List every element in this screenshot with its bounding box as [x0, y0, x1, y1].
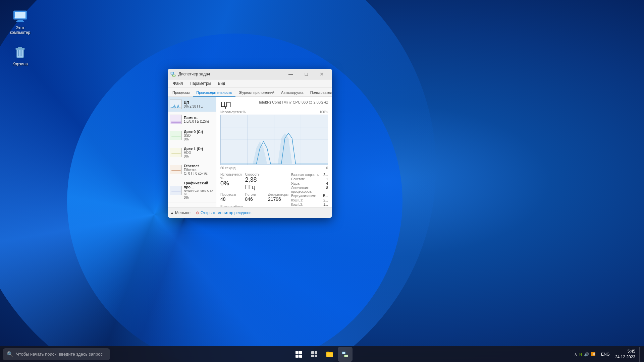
stat-threads-label: Потоки [245, 193, 264, 196]
sidebar-item-disk0[interactable]: Диск 0 (C:) SSD 0% [168, 127, 216, 144]
taskbar-left: 🔍 Чтобы начать поиск, введите здесь запр… [3, 348, 572, 360]
svg-rect-4 [14, 17, 16, 18]
tray-nvidia-icon[interactable]: N [579, 352, 582, 356]
tab-processes[interactable]: Процессы [169, 89, 193, 97]
logical-label: Логических процессоров: [291, 186, 326, 193]
close-button[interactable]: ✕ [314, 69, 329, 79]
window-title-text: Диспетчер задач [178, 72, 280, 76]
search-placeholder-text: Чтобы начать поиск, введите здесь запрос [16, 352, 103, 357]
start-button[interactable] [291, 347, 306, 362]
this-pc-icon[interactable]: Этот компьютер [7, 7, 34, 36]
stat-speed-val: 2,38 ГГц [245, 176, 264, 191]
disk0-sidebar-name: Диск 0 (C:) [184, 130, 214, 134]
stat-speed-label: Скорость [245, 173, 264, 176]
minimize-button[interactable]: — [283, 69, 299, 79]
sidebar-item-disk1[interactable]: Диск 1 (D:) HDD 0% [168, 144, 216, 161]
perf-title: ЦП [220, 100, 231, 109]
this-pc-label: Этот компьютер [10, 25, 31, 35]
window-controls: — □ ✕ [283, 69, 329, 79]
svg-rect-34 [296, 351, 299, 354]
uptime-container: Время работы 0:00:01:10 [220, 205, 288, 207]
l1-label: Кэш L1: [291, 198, 303, 202]
stat-processes: Процессы 48 [220, 193, 241, 202]
disk0-sidebar-info: Диск 0 (C:) SSD 0% [184, 130, 214, 141]
tab-startup[interactable]: Автозагрузка [278, 89, 307, 97]
disk0-sidebar-sub: SSD [184, 134, 214, 137]
sidebar-item-cpu[interactable]: ЦП 0% 2,38 ГГц [168, 97, 216, 112]
stats-container: Используется % 0% Скорость 2,38 ГГц Проц… [220, 173, 328, 207]
svg-rect-22 [171, 153, 181, 154]
tab-users[interactable]: Пользователи [307, 89, 332, 97]
taskbar-search[interactable]: 🔍 Чтобы начать поиск, введите здесь запр… [3, 348, 110, 360]
show-desktop-button[interactable] [639, 347, 641, 362]
stat-speed: Скорость 2,38 ГГц [245, 173, 264, 191]
sidebar-item-gpu[interactable]: Графический про... NVIDIA GeForce GTX 66… [168, 178, 216, 202]
taskbar: 🔍 Чтобы начать поиск, введите здесь запр… [0, 346, 644, 362]
svg-rect-41 [315, 355, 317, 357]
cpu-sidebar-info: ЦП 0% 2,38 ГГц [184, 101, 214, 108]
taskbar-center [291, 347, 353, 362]
svg-rect-1 [15, 12, 25, 18]
menu-file[interactable]: Файл [170, 80, 186, 86]
stat-threads-val: 846 [245, 196, 264, 202]
ethernet-sidebar-info: Ethernet Ethernet О: 0 П: 0 кбит/с [184, 164, 214, 175]
menu-view[interactable]: Вид [215, 80, 228, 86]
svg-rect-21 [170, 148, 182, 157]
svg-rect-14 [173, 75, 175, 76]
task-view-button[interactable] [307, 347, 322, 362]
disk0-thumb [170, 131, 182, 140]
svg-rect-23 [170, 165, 182, 174]
svg-rect-24 [171, 170, 181, 171]
tray-show-hidden-icon[interactable]: ∧ [574, 352, 577, 357]
cpu-details-panel: Базовая скорость: 2... Сокетов: 1 Ядра: … [291, 173, 328, 207]
logical-val: 8 [326, 186, 328, 193]
window-content: ЦП 0% 2,38 ГГц Память 1,0/8,0 ГБ (12%) [168, 97, 332, 207]
l1-val: 2... [323, 198, 328, 202]
stat-processes-label: Процессы [220, 193, 241, 196]
menu-options[interactable]: Параметры [187, 80, 214, 86]
ethernet-sidebar-val: О: 0 П: 0 кбит/с [184, 172, 214, 175]
datetime-display[interactable]: 5:45 24.12.2023 [612, 349, 638, 360]
cpu-sidebar-val: 0% 2,38 ГГц [184, 105, 214, 108]
taskmanager-taskbar-button[interactable] [338, 347, 353, 362]
maximize-button[interactable]: □ [299, 69, 314, 79]
system-tray: ∧ N 🔊 📶 [572, 351, 598, 358]
svg-rect-25 [170, 186, 182, 195]
tray-volume-icon[interactable]: 📶 [591, 352, 596, 356]
window-menubar: Файл Параметры Вид [168, 79, 332, 87]
memory-thumb [170, 115, 182, 124]
disk1-sidebar-name: Диск 1 (D:) [184, 147, 214, 151]
less-button[interactable]: ▲ Меньше [170, 210, 191, 215]
l2-label: Кэш L2: [291, 203, 303, 206]
sidebar-item-ethernet[interactable]: Ethernet Ethernet О: 0 П: 0 кбит/с [168, 161, 216, 178]
gpu-thumb [170, 186, 182, 195]
stats-grid: Используется % 0% Скорость 2,38 ГГц Проц… [220, 173, 288, 202]
open-monitor-button[interactable]: ⊘ Открыть монитор ресурсов [196, 210, 252, 215]
disk1-thumb [170, 148, 182, 157]
desktop-icons: Этот компьютер Корзина [7, 7, 34, 68]
sockets-val: 1 [326, 177, 328, 181]
info-cores: Ядра: 4 [291, 181, 328, 186]
svg-rect-36 [296, 355, 299, 358]
cpu-graph-svg [221, 115, 328, 165]
disk0-sidebar-val: 0% [184, 137, 214, 141]
monitor-label: Открыть монитор ресурсов [201, 210, 252, 215]
svg-rect-26 [171, 191, 181, 191]
sidebar-item-memory[interactable]: Память 1,0/8,0 ГБ (12%) [168, 112, 216, 127]
file-explorer-button[interactable] [322, 347, 337, 362]
usage-max: 100% [319, 110, 328, 114]
tray-network-icon[interactable]: 🔊 [584, 352, 589, 357]
svg-rect-38 [311, 351, 314, 354]
window-footer: ▲ Меньше ⊘ Открыть монитор ресурсов [168, 207, 332, 218]
recycle-bin-icon[interactable]: Корзина [7, 43, 34, 68]
tab-app-history[interactable]: Журнал приложений [235, 89, 278, 97]
svg-rect-43 [342, 352, 345, 354]
ethernet-sidebar-name: Ethernet [184, 164, 214, 168]
svg-rect-18 [171, 122, 181, 123]
stat-usage-label: Используется % [220, 173, 241, 180]
recycle-bin-label: Корзина [12, 62, 28, 66]
language-indicator[interactable]: ENG [600, 352, 611, 357]
tab-performance[interactable]: Производительность [193, 89, 235, 97]
svg-rect-45 [344, 355, 348, 357]
virt-val: В... [323, 194, 328, 198]
